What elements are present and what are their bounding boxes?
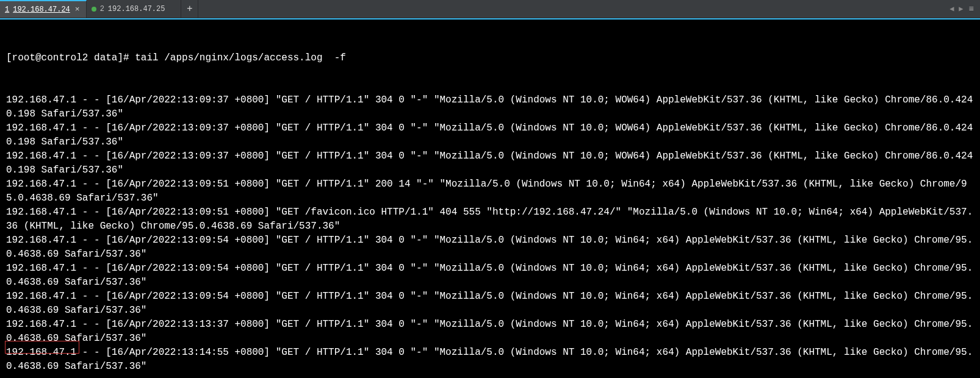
tab-scroll-controls: ◀ ▶ ≡	[948, 0, 980, 18]
tab-2-number: 2	[100, 5, 104, 13]
scroll-right-icon[interactable]: ▶	[957, 4, 965, 13]
tab-1-number: 1	[5, 5, 9, 14]
terminal-prompt-line: [root@control2 data]# tail /apps/nginx/l…	[6, 51, 974, 65]
close-icon[interactable]: ×	[74, 5, 81, 13]
status-dot-icon	[92, 7, 96, 12]
tab-1[interactable]: 1 192.168.47.24 ×	[0, 0, 87, 18]
plus-icon: +	[187, 4, 193, 15]
terminal-output: [root@control2 data]# tail /apps/nginx/l…	[0, 20, 980, 378]
scroll-left-icon[interactable]: ◀	[948, 4, 956, 13]
log-line: 192.168.47.1 - - [16/Apr/2022:13:09:37 +…	[6, 121, 974, 149]
tab-2-label: 192.168.47.25	[108, 5, 165, 13]
tab-1-label: 192.168.47.24	[13, 5, 70, 14]
log-line: 192.168.47.1 - - [16/Apr/2022:13:09:54 +…	[6, 290, 974, 318]
tab-2[interactable]: 2 192.168.47.25 ×	[87, 0, 182, 18]
log-line: 192.168.47.1 - - [16/Apr/2022:13:09:37 +…	[6, 149, 974, 177]
log-line: 192.168.47.1 - - [16/Apr/2022:13:09:54 +…	[6, 262, 974, 290]
log-lines: 192.168.47.1 - - [16/Apr/2022:13:09:37 +…	[6, 93, 974, 374]
log-line: 192.168.47.1 - - [16/Apr/2022:13:09:51 +…	[6, 177, 974, 205]
tab-menu-icon[interactable]: ≡	[967, 4, 976, 14]
log-line: 192.168.47.1 - - [16/Apr/2022:13:13:37 +…	[6, 318, 974, 346]
log-line: 192.168.47.1 - - [16/Apr/2022:13:14:55 +…	[6, 346, 974, 374]
log-line: 192.168.47.1 - - [16/Apr/2022:13:09:37 +…	[6, 93, 974, 121]
new-tab-button[interactable]: +	[181, 0, 198, 18]
log-line: 192.168.47.1 - - [16/Apr/2022:13:09:51 +…	[6, 205, 974, 234]
terminal-area[interactable]: [root@control2 data]# tail /apps/nginx/l…	[0, 18, 980, 378]
log-line: 192.168.47.1 - - [16/Apr/2022:13:09:54 +…	[6, 234, 974, 262]
tab-bar: 1 192.168.47.24 × 2 192.168.47.25 × + ◀ …	[0, 0, 980, 18]
